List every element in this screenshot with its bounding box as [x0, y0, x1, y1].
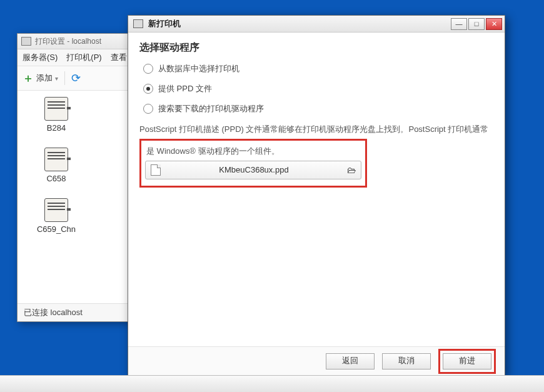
bg-window-title: 打印设置 - localhost [35, 34, 101, 49]
cancel-button[interactable]: 取消 [382, 353, 431, 369]
printer-name: C658 [25, 174, 88, 183]
menu-server[interactable]: 服务器(S) [23, 52, 58, 63]
window-controls: — □ ✕ [451, 18, 502, 30]
minimize-button[interactable]: — [451, 18, 467, 30]
dlg-content: 选择驱动程序 从数据库中选择打印机 提供 PPD 文件 搜索要下载的打印机驱动程… [128, 33, 505, 346]
printer-device-icon [44, 148, 68, 171]
printer-device-icon [44, 198, 68, 222]
dlg-button-row: 返回 取消 前进 [128, 346, 505, 376]
toolbar-separator [64, 71, 65, 85]
radio-icon [143, 84, 153, 94]
menu-printer[interactable]: 打印机(P) [66, 52, 101, 63]
dlg-titlebar: 新打印机 — □ ✕ [128, 16, 505, 33]
taskbar [0, 375, 544, 392]
radio-label: 提供 PPD 文件 [158, 83, 212, 94]
close-button[interactable]: ✕ [486, 18, 502, 30]
radio-icon [143, 104, 153, 114]
printer-item[interactable]: B284 [25, 97, 88, 133]
printer-name: B284 [25, 123, 88, 133]
refresh-icon[interactable]: ⟳ [71, 71, 81, 85]
dlg-title: 新打印机 [148, 18, 181, 29]
annotation-highlight-ppd: 是 Windows® 驱动程序的一个组件。 KMbeuC368ux.ppd 🗁 [139, 139, 367, 188]
ppd-description-line1: PostScript 打印机描述 (PPD) 文件通常能够在打印机驱动程序光盘上… [139, 123, 493, 136]
menu-view[interactable]: 查看 [111, 52, 127, 63]
chevron-down-icon: ▾ [55, 75, 58, 82]
maximize-button[interactable]: □ [468, 18, 485, 30]
printer-icon [133, 19, 143, 28]
new-printer-dialog: 新打印机 — □ ✕ 选择驱动程序 从数据库中选择打印机 提供 PPD 文件 搜… [128, 15, 505, 376]
radio-search-driver[interactable]: 搜索要下载的打印机驱动程序 [143, 103, 493, 114]
radio-select-from-db[interactable]: 从数据库中选择打印机 [143, 63, 493, 74]
ppd-description-line2: 是 Windows® 驱动程序的一个组件。 [146, 146, 361, 157]
ppd-file-chooser[interactable]: KMbeuC368ux.ppd 🗁 [145, 161, 361, 179]
radio-label: 从数据库中选择打印机 [158, 63, 239, 74]
radio-label: 搜索要下载的打印机驱动程序 [158, 103, 264, 114]
printer-item[interactable]: C658 [25, 148, 88, 183]
file-icon [151, 164, 161, 176]
printer-item[interactable]: C659_Chn [25, 198, 88, 234]
open-folder-icon: 🗁 [347, 165, 356, 175]
add-printer-button[interactable]: ＋ 添加 ▾ [23, 71, 58, 86]
radio-icon [143, 64, 153, 74]
printer-name: C659_Chn [25, 224, 88, 234]
radio-provide-ppd[interactable]: 提供 PPD 文件 [143, 83, 493, 94]
dlg-heading: 选择驱动程序 [139, 41, 493, 54]
annotation-highlight-forward: 前进 [438, 349, 496, 374]
add-label: 添加 [36, 73, 53, 84]
printer-device-icon [44, 97, 68, 121]
printer-icon [21, 37, 31, 46]
ppd-file-name: KMbeuC368ux.ppd [166, 165, 342, 174]
forward-button[interactable]: 前进 [443, 353, 491, 369]
back-button[interactable]: 返回 [326, 353, 375, 369]
bg-status-text: 已连接 localhost [24, 308, 83, 317]
plus-icon: ＋ [23, 71, 34, 86]
